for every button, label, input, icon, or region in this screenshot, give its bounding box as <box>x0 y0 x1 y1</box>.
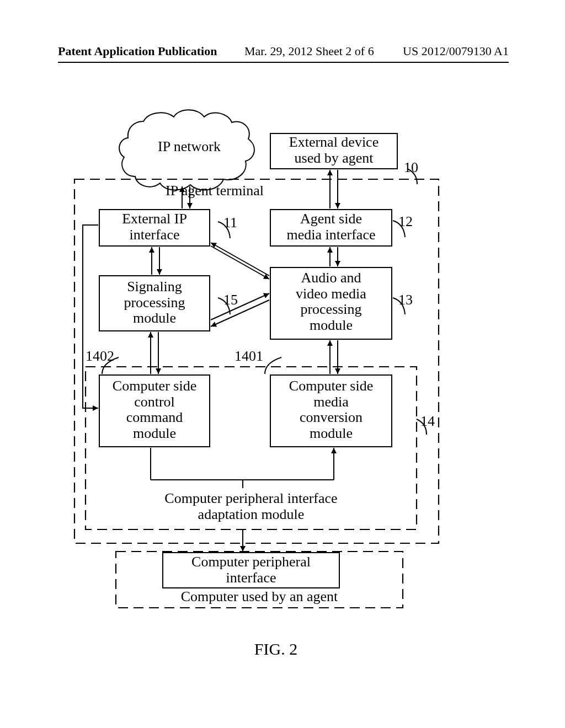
label-ip-network: IP network <box>142 139 236 155</box>
label-signaling-processing-module: Signaling processing module <box>102 279 207 326</box>
label-agent-side-media-interface: Agent side media interface <box>273 211 389 243</box>
label-computer-used-by-agent: Computer used by an agent <box>127 589 392 605</box>
label-computer-side-control-command-module: Computer side control command module <box>102 378 207 441</box>
svg-line-8 <box>211 246 269 279</box>
label-ip-agent-terminal: IP agent terminal <box>166 183 309 199</box>
ref-10: 10 <box>404 160 426 176</box>
ref-13: 13 <box>398 292 420 308</box>
svg-line-9 <box>211 243 269 276</box>
ref-1402: 1402 <box>86 349 124 365</box>
label-computer-side-media-conversion-module: Computer side media conversion module <box>273 378 389 441</box>
ref-14: 14 <box>420 414 443 430</box>
label-computer-peripheral-interface-adaptation-module: Computer peripheral interface adaptation… <box>127 491 375 522</box>
ref-15: 15 <box>223 292 246 308</box>
ref-12: 12 <box>398 214 420 230</box>
label-audio-video-processing-module: Audio and video media processing module <box>273 270 389 333</box>
label-external-ip-interface: External IP interface <box>102 211 207 243</box>
figure-caption: FIG. 2 <box>232 640 320 659</box>
ref-11: 11 <box>223 215 246 231</box>
label-computer-peripheral-interface: Computer peripheral interface <box>166 554 337 586</box>
diagram-canvas <box>0 0 565 728</box>
ref-1401: 1401 <box>234 349 273 365</box>
label-external-device: External device used by agent <box>273 135 395 166</box>
